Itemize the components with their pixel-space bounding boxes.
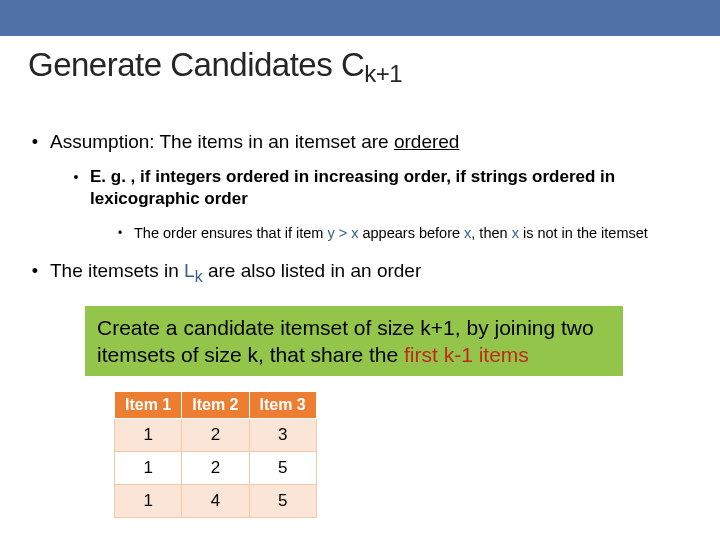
title-subscript: k+1 [364, 60, 402, 87]
table-row: 1 4 5 [115, 484, 317, 517]
var-x: x [512, 225, 519, 241]
table-row: 1 2 3 [115, 418, 317, 451]
text-fragment: is not in the itemset [519, 225, 648, 241]
var-y-gt-x: y > x [327, 225, 358, 241]
callout-highlight: first k-1 items [404, 343, 529, 366]
bullet-assumption: • Assumption: The items in an itemset ar… [20, 130, 700, 243]
slide-title: Generate Candidates Ck+1 [28, 46, 402, 84]
bullet-dot: • [20, 130, 50, 154]
bullet-text: E. g. , if integers ordered in increasin… [90, 166, 700, 210]
bullet-text: The itemsets in Lk are also listed in an… [50, 259, 700, 289]
bullet-dot: • [106, 224, 134, 242]
bullet-dot: • [20, 259, 50, 283]
table-header-row: Item 1 Item 2 Item 3 [115, 391, 317, 418]
cell: 3 [249, 418, 316, 451]
cell: 4 [182, 484, 249, 517]
bullet-dot: • [62, 166, 90, 188]
var-lk: Lk [184, 260, 203, 281]
text-fragment: L [184, 260, 195, 281]
cell: 5 [249, 484, 316, 517]
col-item1: Item 1 [115, 391, 182, 418]
text-fragment: The itemsets in [50, 260, 184, 281]
callout-box: Create a candidate itemset of size k+1, … [84, 305, 624, 377]
bullet-itemsets-ordered: • The itemsets in Lk are also listed in … [20, 259, 700, 289]
bullet-example: • E. g. , if integers ordered in increas… [62, 166, 700, 243]
title-text: Generate Candidates C [28, 46, 364, 83]
cell: 1 [115, 451, 182, 484]
table-row: 1 2 5 [115, 451, 317, 484]
header-bar [0, 0, 720, 36]
bullet-order-note: • The order ensures that if item y > x a… [106, 224, 700, 243]
cell: 2 [182, 418, 249, 451]
text-ordered: ordered [394, 131, 460, 152]
text-fragment: The order ensures that if item [134, 225, 327, 241]
col-item2: Item 2 [182, 391, 249, 418]
cell: 2 [182, 451, 249, 484]
cell: 5 [249, 451, 316, 484]
text-fragment: Assumption: The items in an itemset are [50, 131, 394, 152]
cell: 1 [115, 484, 182, 517]
text-fragment: , then [471, 225, 511, 241]
itemset-table: Item 1 Item 2 Item 3 1 2 3 1 2 5 1 4 5 [114, 391, 317, 518]
text-fragment: are also listed in an order [203, 260, 422, 281]
slide-body: • Assumption: The items in an itemset ar… [20, 130, 700, 518]
bullet-text: The order ensures that if item y > x app… [134, 224, 700, 243]
bullet-text: Assumption: The items in an itemset are … [50, 130, 700, 154]
text-fragment: appears before [358, 225, 464, 241]
col-item3: Item 3 [249, 391, 316, 418]
text-subscript: k [195, 268, 203, 285]
cell: 1 [115, 418, 182, 451]
